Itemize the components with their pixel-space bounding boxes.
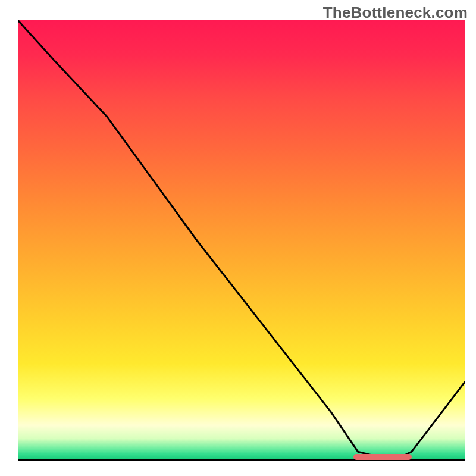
plot-area xyxy=(18,20,465,461)
optimal-range-marker xyxy=(353,454,412,460)
chart-frame: TheBottleneck.com xyxy=(0,0,476,476)
watermark-text: TheBottleneck.com xyxy=(323,4,468,22)
curve-svg xyxy=(18,20,465,461)
bottleneck-curve-path xyxy=(18,20,465,461)
